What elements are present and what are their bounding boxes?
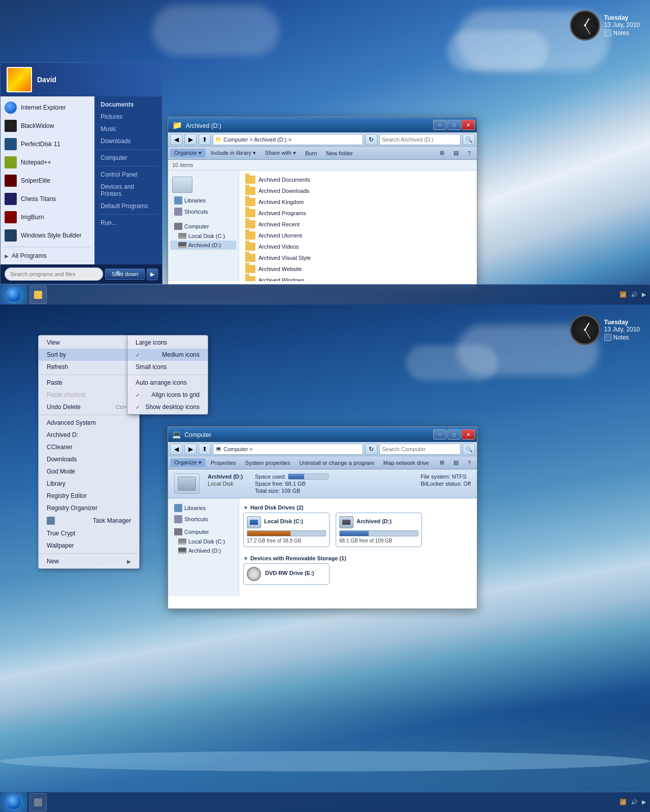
start-item-notepad[interactable]: Notepad++ <box>1 153 94 172</box>
file-archived-website[interactable]: Archived Website <box>243 264 473 274</box>
forward-button-comp[interactable]: ▶ <box>184 444 197 455</box>
ctx-wallpaper[interactable]: Wallpaper <box>39 539 139 552</box>
taskbar-comp-item[interactable] <box>29 793 47 811</box>
shutdown-arrow-button[interactable]: ▶ <box>147 268 158 280</box>
comp-view-1[interactable]: ⊞ <box>436 458 448 467</box>
ctx-god-mode[interactable]: God Mode <box>39 465 139 478</box>
address-bar-top[interactable]: 📁 Computer > Archived (D:) > <box>213 134 363 145</box>
view-toggle-2[interactable]: ▤ <box>449 149 463 157</box>
local-disk-drive[interactable]: Local Disk (C:) 17.2 GB free of 38.9 GB <box>243 513 330 547</box>
file-archived-visual-style[interactable]: Archived Visual Style <box>243 253 473 263</box>
start-right-documents[interactable]: Documents <box>94 98 162 111</box>
search-go-top[interactable]: 🔍 <box>463 134 475 145</box>
ctx-library[interactable]: Library <box>39 478 139 490</box>
up-button-top[interactable]: ⬆ <box>199 134 211 145</box>
burn-menu[interactable]: Burn <box>301 149 321 157</box>
comp-nav-libraries[interactable]: Libraries <box>170 502 237 514</box>
sub-auto-arrange[interactable]: Auto arrange icons <box>127 377 208 389</box>
share-with-menu[interactable]: Share with ▾ <box>261 149 300 157</box>
sub-small-icons[interactable]: Small icons <box>127 361 208 373</box>
ctx-registry-editor[interactable]: Registry Editor <box>39 490 139 502</box>
back-button-comp[interactable]: ◀ <box>170 444 182 455</box>
file-archived-downloads[interactable]: Archived Downloads <box>243 186 473 196</box>
sub-show-desktop[interactable]: ✓ Show desktop icons <box>127 401 208 413</box>
search-bar-top[interactable] <box>379 134 461 145</box>
comp-help[interactable]: ? <box>464 459 475 467</box>
ctx-paste-shortcut[interactable]: Paste shortcut <box>39 389 139 401</box>
ctx-ccleaner[interactable]: CCleaner <box>39 441 139 453</box>
forward-button-top[interactable]: ▶ <box>184 134 197 145</box>
nav-computer[interactable]: Computer <box>170 221 237 231</box>
comp-nav-computer[interactable]: Computer <box>170 527 237 537</box>
start-right-controlpanel[interactable]: Control Panel <box>94 168 162 181</box>
maximize-button-comp[interactable]: □ <box>447 429 461 439</box>
file-archived-programs[interactable]: Archived Programs <box>243 208 473 218</box>
comp-map-drive[interactable]: Map network drive <box>379 459 433 467</box>
all-programs-item[interactable]: ▶ All Programs <box>1 249 94 262</box>
nav-libraries[interactable]: Libraries <box>170 195 237 206</box>
ctx-true-crypt[interactable]: True Crypt <box>39 527 139 539</box>
view-toggle-1[interactable]: ⊞ <box>436 149 448 157</box>
start-button-bottom[interactable] <box>0 792 27 813</box>
start-right-run[interactable]: Run... <box>94 217 162 229</box>
minimize-button-comp[interactable]: ─ <box>433 429 446 439</box>
ctx-new[interactable]: New ▶ <box>39 555 139 567</box>
ctx-undo-delete[interactable]: Undo Delete Ctrl+Z <box>39 401 139 413</box>
ctx-sortby[interactable]: Sort by ▶ <box>39 349 139 361</box>
file-archived-documents[interactable]: Archived Documents <box>243 175 473 185</box>
start-item-blackwidow[interactable]: BlackWidow <box>1 117 94 135</box>
dvd-drive[interactable]: DVD RW Drive (E:) <box>243 563 330 585</box>
start-item-wsb[interactable]: Windows Style Builder <box>1 226 94 245</box>
shutdown-button[interactable]: Shut down <box>105 268 145 280</box>
ctx-registry-organizer[interactable]: Registry Organizer <box>39 502 139 514</box>
ctx-task-manager[interactable]: Task Manager <box>39 514 139 527</box>
file-archived-utorrent[interactable]: Archived Utorrent <box>243 230 473 241</box>
up-button-comp[interactable]: ⬆ <box>199 444 211 455</box>
start-right-music[interactable]: Music <box>94 123 162 135</box>
minimize-button-top[interactable]: ─ <box>433 120 446 130</box>
ctx-downloads[interactable]: Downloads <box>39 453 139 465</box>
start-item-ie[interactable]: Internet Explorer <box>1 98 94 117</box>
sub-align-grid[interactable]: ✓ Align icons to grid <box>127 389 208 401</box>
ctx-paste[interactable]: Paste <box>39 377 139 389</box>
address-bar-comp[interactable]: 💻 Computer > <box>213 444 363 455</box>
start-item-imgburn[interactable]: ImgBurn <box>1 208 94 226</box>
ctx-refresh[interactable]: Refresh <box>39 361 139 373</box>
start-right-pictures[interactable]: Pictures <box>94 111 162 123</box>
sub-large-icons[interactable]: Large icons <box>127 336 208 349</box>
start-right-downloads[interactable]: Downloads <box>94 135 162 147</box>
refresh-btn-top[interactable]: ↻ <box>365 134 377 145</box>
start-item-sniper[interactable]: SniperElite <box>1 172 94 190</box>
archived-drive[interactable]: Archived (D:) 68.1 GB free of 109 GB <box>336 513 422 547</box>
help-menu[interactable]: ? <box>464 149 475 157</box>
comp-properties[interactable]: Properties <box>207 459 240 467</box>
start-button-top[interactable] <box>0 285 27 305</box>
organize-menu[interactable]: Organize ▾ <box>170 149 206 157</box>
file-archived-recent[interactable]: Archived Recent <box>243 219 473 229</box>
comp-view-2[interactable]: ▤ <box>449 458 463 467</box>
nav-shortcuts[interactable]: Shortcuts <box>170 206 237 217</box>
sub-medium-icons[interactable]: ✓ Medium icons <box>127 349 208 361</box>
nav-localdisk[interactable]: Local Disk (C:) <box>170 231 237 241</box>
comp-sys-props[interactable]: System properties <box>241 459 295 467</box>
comp-nav-archived[interactable]: Archived (D:) <box>170 546 237 555</box>
comp-uninstall[interactable]: Uninstall or change a program <box>296 459 378 467</box>
back-button-top[interactable]: ◀ <box>170 134 182 145</box>
start-right-defaultprog[interactable]: Default Programs <box>94 200 162 212</box>
notes-checkbox[interactable] <box>604 29 611 37</box>
search-bar-comp[interactable] <box>379 444 461 455</box>
file-archived-kingdom[interactable]: Archived Kingdom <box>243 197 473 207</box>
new-folder-menu[interactable]: New folder <box>322 149 357 157</box>
start-right-devices[interactable]: Devices and Printers <box>94 181 162 200</box>
file-archived-videos[interactable]: Archived Videos <box>243 242 473 252</box>
ctx-view[interactable]: View ▶ <box>39 336 139 349</box>
search-go-comp[interactable]: 🔍 <box>463 444 475 455</box>
start-right-computer[interactable]: Computer <box>94 152 162 164</box>
comp-organize[interactable]: Organize ▾ <box>170 458 206 467</box>
notes-checkbox-bottom[interactable] <box>604 334 611 341</box>
comp-nav-localdisk[interactable]: Local Disk (C:) <box>170 537 237 546</box>
ctx-archived-d[interactable]: Archived D: <box>39 429 139 441</box>
taskbar-explorer-item[interactable] <box>29 286 47 304</box>
comp-nav-shortcuts[interactable]: Shortcuts <box>170 514 237 525</box>
include-library-menu[interactable]: Include in library ▾ <box>207 149 260 157</box>
